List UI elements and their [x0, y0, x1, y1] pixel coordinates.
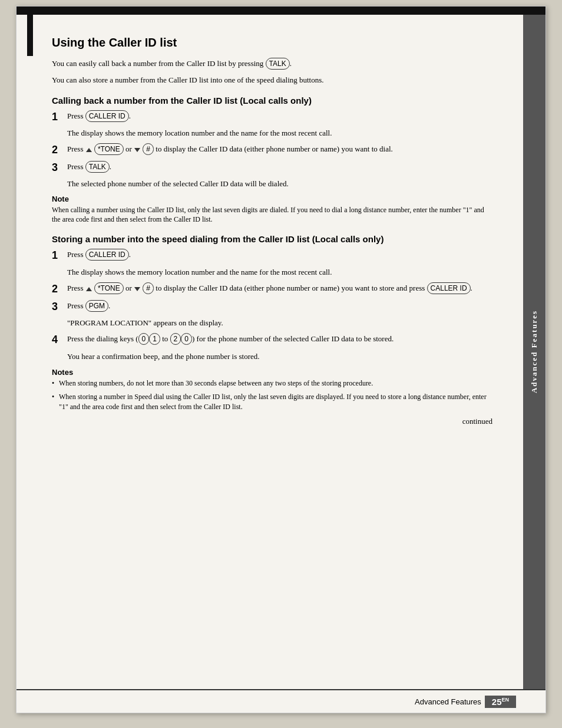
step1-content: Press CALLER ID.: [67, 110, 492, 122]
step1-row: 1 Press CALLER ID.: [52, 110, 492, 124]
footer-page-number: 25EN: [485, 696, 516, 708]
s2-step1-number: 1: [52, 249, 65, 262]
step2-content: Press *TONE or # to display the Caller I…: [67, 143, 492, 155]
top-bar: [16, 6, 546, 15]
main-content: Using the Caller ID list You can easily …: [52, 36, 516, 426]
footer-right: Advanced Features 25EN: [415, 696, 516, 708]
caller-id-btn-s2-2: CALLER ID: [427, 282, 471, 294]
note-section: Note When calling a number using the Cal…: [52, 195, 492, 225]
notes-item-1: When storing numbers, do not let more th…: [52, 378, 492, 388]
tone-btn-s1: *TONE: [94, 143, 124, 155]
s2-step4-row: 4 Press the dialing keys (01 to 20) for …: [52, 333, 492, 347]
step2-number: 2: [52, 143, 65, 157]
dial-btn-2: 2: [170, 333, 181, 345]
pgm-btn-s2: PGM: [85, 300, 108, 312]
dial-btn-1: 1: [149, 333, 160, 345]
s2-step3-number: 3: [52, 300, 65, 314]
footer-section-label: Advanced Features: [415, 697, 481, 706]
s2-step4-number: 4: [52, 333, 65, 347]
notes-item-2: When storing a number in Speed dial usin…: [52, 392, 492, 412]
intro-para-1: You can easily call back a number from t…: [52, 58, 492, 70]
left-bar: [27, 15, 33, 56]
step1-desc: The display shows the memory location nu…: [67, 127, 492, 139]
triangle-down-icon-s1: [134, 148, 140, 152]
caller-id-btn-s2-1: CALLER ID: [85, 249, 129, 261]
s2-step4-desc: You hear a confirmation beep, and the ph…: [67, 351, 492, 363]
s2-step2-row: 2 Press *TONE or # to display the Caller…: [52, 282, 492, 296]
note-text: When calling a number using the Caller I…: [52, 205, 492, 225]
section2-heading: Storing a number into the speed dialing …: [52, 234, 492, 244]
notes-list: When storing numbers, do not let more th…: [52, 378, 492, 411]
step2-row: 2 Press *TONE or # to display the Caller…: [52, 143, 492, 157]
step3-desc: The selected phone number of the selecte…: [67, 178, 492, 190]
s2-step1-desc: The display shows the memory location nu…: [67, 266, 492, 278]
tone-btn-s2: *TONE: [94, 282, 124, 294]
dial-btn-0b: 0: [181, 333, 192, 345]
intro-para-2: You can also store a number from the Cal…: [52, 74, 492, 86]
triangle-up-icon-s1: [86, 148, 92, 152]
s2-step4-content: Press the dialing keys (01 to 20) for th…: [67, 333, 492, 345]
triangle-up-icon-s2: [86, 287, 92, 291]
talk-btn-s1: TALK: [85, 161, 110, 173]
sidebar-label: Advanced Features: [530, 310, 539, 393]
right-sidebar: Advanced Features: [523, 15, 546, 689]
step3-row: 3 Press TALK.: [52, 161, 492, 174]
talk-btn-intro: TALK: [266, 58, 290, 70]
notes-section: Notes When storing numbers, do not let m…: [52, 368, 492, 411]
dial-btn-0: 0: [138, 333, 150, 345]
hash-btn-s2: #: [143, 282, 154, 294]
note-label: Note: [52, 195, 492, 203]
s2-step3-desc: "PROGRAM LOCATION" appears on the displa…: [67, 317, 492, 329]
page-title: Using the Caller ID list: [52, 36, 492, 50]
section1: Calling back a number from the Caller ID…: [52, 95, 492, 106]
step3-number: 3: [52, 161, 65, 174]
step3-content: Press TALK.: [67, 161, 492, 173]
footer: Advanced Features 25EN: [16, 689, 546, 713]
caller-id-btn-s1-1: CALLER ID: [85, 110, 129, 122]
section1-heading: Calling back a number from the Caller ID…: [52, 95, 492, 106]
step1-number: 1: [52, 110, 65, 124]
page: Advanced Features Using the Caller ID li…: [16, 6, 546, 713]
triangle-down-icon-s2: [134, 287, 140, 291]
s2-step3-content: Press PGM.: [67, 300, 492, 312]
s2-step1-row: 1 Press CALLER ID.: [52, 249, 492, 262]
hash-btn-s1: #: [143, 143, 154, 155]
s2-step1-content: Press CALLER ID.: [67, 249, 492, 261]
s2-step3-row: 3 Press PGM.: [52, 300, 492, 314]
s2-step2-number: 2: [52, 282, 65, 296]
section2: Storing a number into the speed dialing …: [52, 234, 492, 244]
s2-step2-content: Press *TONE or # to display the Caller I…: [67, 282, 492, 294]
continued-label: continued: [52, 417, 492, 426]
notes-label: Notes: [52, 368, 492, 377]
